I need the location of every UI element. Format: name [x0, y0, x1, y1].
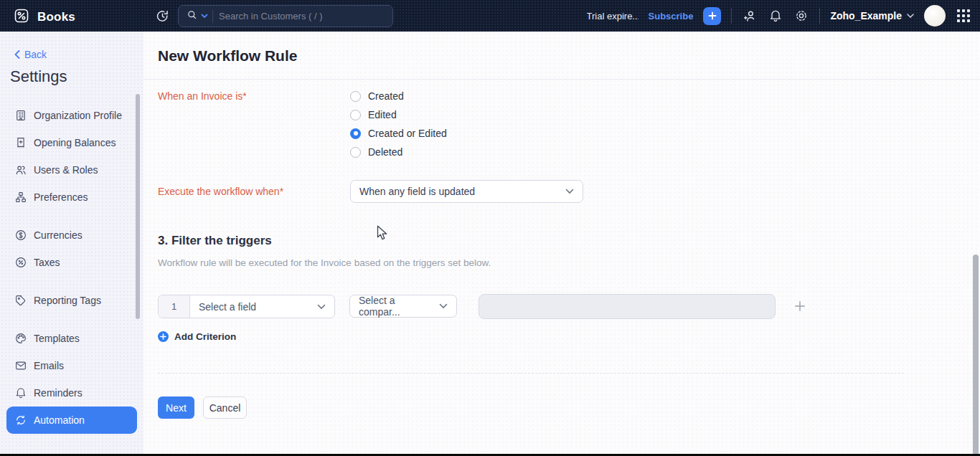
books-logo-icon	[13, 7, 30, 27]
chevron-left-icon	[14, 50, 20, 59]
page-scrollbar[interactable]	[973, 255, 979, 456]
chevron-down-icon	[565, 189, 574, 194]
sidebar-scrollbar[interactable]	[136, 94, 140, 319]
main-content: New Workflow Rule When an Invoice is* Cr…	[143, 32, 980, 456]
receipt-icon	[14, 136, 27, 149]
sidebar-item-emails[interactable]: Emails	[0, 352, 143, 379]
users-icon	[14, 163, 27, 176]
radio-selected-icon[interactable]	[350, 128, 361, 139]
referral-icon[interactable]	[742, 8, 758, 24]
add-row-icon[interactable]	[793, 300, 806, 313]
percent-circle-icon	[14, 256, 27, 269]
execute-when-label: Execute the workflow when*	[158, 186, 283, 197]
quick-create-button[interactable]	[703, 7, 721, 25]
radio-icon[interactable]	[350, 91, 361, 102]
settings-nav: Organization Profile Opening Balances Us…	[0, 102, 143, 456]
sidebar-item-currencies[interactable]: Currencies	[0, 222, 143, 249]
criterion-comparator-select[interactable]: Select a compar...	[349, 295, 457, 318]
radio-icon[interactable]	[350, 110, 361, 120]
chevron-down-icon	[317, 304, 326, 310]
history-icon[interactable]	[154, 7, 171, 24]
section-divider	[158, 373, 904, 374]
mouse-cursor	[377, 225, 388, 244]
title-divider	[143, 79, 980, 80]
sync-icon	[14, 414, 27, 427]
sidebar-item-organization-profile[interactable]: Organization Profile	[0, 102, 143, 129]
cancel-button[interactable]: Cancel	[203, 396, 247, 419]
envelope-icon	[14, 359, 27, 372]
search-input[interactable]	[219, 11, 387, 22]
brand[interactable]: Books	[13, 7, 75, 27]
plus-circle-icon	[158, 331, 169, 342]
bell-icon	[14, 386, 27, 399]
sidebar-item-users-roles[interactable]: Users & Roles	[0, 156, 143, 184]
settings-icon[interactable]	[793, 8, 809, 24]
user-avatar[interactable]	[924, 5, 946, 27]
chevron-down-icon	[439, 303, 448, 309]
sidebar-item-preferences[interactable]: Preferences	[0, 184, 143, 211]
radio-option-created[interactable]: Created	[350, 87, 447, 105]
filter-section-description: Workflow rule will be executed for the I…	[158, 257, 491, 268]
settings-sidebar: Back Settings Organization Profile Openi…	[0, 32, 143, 456]
sidebar-item-reminders[interactable]: Reminders	[0, 379, 143, 407]
trial-status: Trial expire...	[587, 11, 639, 22]
execute-when-select[interactable]: When any field is updated	[350, 180, 583, 203]
sidebar-title: Settings	[10, 67, 67, 86]
criterion-row-1: 1 Select a field	[158, 295, 335, 318]
topbar-divider	[819, 8, 820, 24]
org-selector[interactable]: Zoho_Example	[830, 10, 914, 22]
next-button[interactable]: Next	[158, 396, 194, 419]
dollar-circle-icon	[14, 229, 27, 242]
global-search[interactable]	[178, 5, 393, 27]
tag-icon	[14, 294, 27, 307]
sidebar-item-opening-balances[interactable]: Opening Balances	[0, 129, 143, 156]
trigger-radio-group: Created Edited Created or Edited Deleted	[350, 87, 447, 161]
sidebar-item-templates[interactable]: Templates	[0, 325, 143, 352]
palette-icon	[14, 332, 27, 345]
chevron-down-icon	[907, 14, 914, 18]
topbar-right: Trial expire... Subscribe	[587, 0, 971, 32]
sidebar-item-reporting-tags[interactable]: Reporting Tags	[0, 287, 143, 314]
criterion-field-select[interactable]: Select a field	[190, 295, 334, 318]
filter-section-heading: 3. Filter the triggers	[158, 234, 272, 248]
topbar-divider	[731, 8, 732, 24]
search-icon	[186, 9, 198, 24]
sidebar-item-taxes[interactable]: Taxes	[0, 249, 143, 276]
back-link[interactable]: Back	[14, 49, 47, 60]
add-criterion-button[interactable]: Add Criterion	[158, 331, 236, 342]
zoho-books-app: Books Trial expire... Subscribe	[0, 0, 980, 456]
subscribe-link[interactable]: Subscribe	[649, 11, 694, 22]
hierarchy-icon	[14, 191, 27, 204]
radio-option-created-or-edited[interactable]: Created or Edited	[350, 124, 447, 143]
org-name: Zoho_Example	[830, 10, 902, 22]
radio-icon[interactable]	[350, 147, 361, 158]
criterion-value-input	[479, 294, 776, 319]
page-title: New Workflow Rule	[158, 47, 297, 65]
notifications-icon[interactable]	[768, 8, 783, 24]
brand-name: Books	[37, 10, 75, 24]
criterion-index: 1	[159, 295, 190, 318]
building-icon	[14, 109, 27, 122]
search-divider	[212, 10, 213, 23]
topbar: Books Trial expire... Subscribe	[0, 0, 980, 32]
trigger-label: When an Invoice is*	[158, 90, 247, 102]
radio-option-deleted[interactable]: Deleted	[350, 143, 447, 161]
search-scope-chevron-icon[interactable]	[201, 14, 208, 19]
apps-grid-icon[interactable]	[956, 8, 971, 24]
radio-option-edited[interactable]: Edited	[350, 105, 447, 124]
sidebar-item-automation[interactable]: Automation	[6, 407, 137, 434]
